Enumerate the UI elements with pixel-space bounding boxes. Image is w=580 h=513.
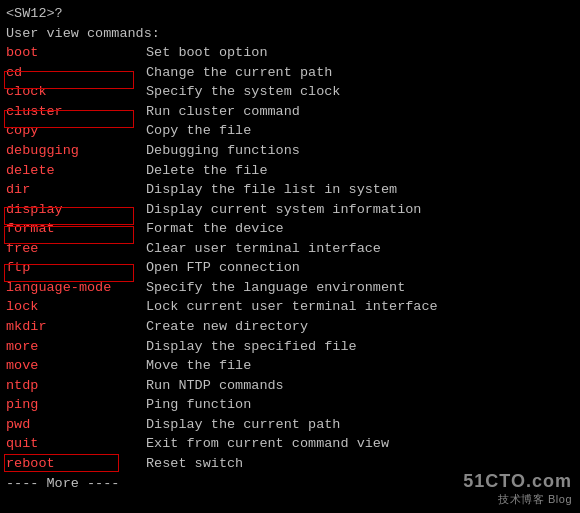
command-description: Move the file <box>146 356 251 376</box>
table-row: clockSpecify the system clock <box>6 82 574 102</box>
command-description: Lock current user terminal interface <box>146 297 438 317</box>
command-description: Clear user terminal interface <box>146 239 381 259</box>
command-name: ntdp <box>6 376 146 396</box>
command-description: Format the device <box>146 219 284 239</box>
command-name: clock <box>6 82 146 102</box>
command-description: Change the current path <box>146 63 332 83</box>
command-name: cluster <box>6 102 146 122</box>
table-row: pingPing function <box>6 395 574 415</box>
more-prompt-text: ---- More ---- <box>6 476 119 491</box>
watermark-site: 51CTO.com <box>463 471 572 492</box>
command-description: Create new directory <box>146 317 308 337</box>
command-name: display <box>6 200 146 220</box>
command-name: move <box>6 356 146 376</box>
table-row: freeClear user terminal interface <box>6 239 574 259</box>
command-name: language-mode <box>6 278 146 298</box>
command-description: Exit from current command view <box>146 434 389 454</box>
table-row: ftpOpen FTP connection <box>6 258 574 278</box>
table-row: cdChange the current path <box>6 63 574 83</box>
table-row: moreDisplay the specified file <box>6 337 574 357</box>
command-description: Ping function <box>146 395 251 415</box>
prompt-line: <SW12>? <box>6 4 574 24</box>
command-description: Debugging functions <box>146 141 300 161</box>
command-name: cd <box>6 63 146 83</box>
table-row: clusterRun cluster command <box>6 102 574 122</box>
watermark-tagline: 技术博客 Blog <box>498 492 572 507</box>
command-description: Run NTDP commands <box>146 376 284 396</box>
command-name: format <box>6 219 146 239</box>
command-name: reboot <box>6 454 146 474</box>
command-description: Specify the language environment <box>146 278 405 298</box>
table-row: mkdirCreate new directory <box>6 317 574 337</box>
table-row: debuggingDebugging functions <box>6 141 574 161</box>
table-row: pwdDisplay the current path <box>6 415 574 435</box>
command-name: copy <box>6 121 146 141</box>
command-description: Specify the system clock <box>146 82 340 102</box>
command-name: mkdir <box>6 317 146 337</box>
table-row: language-modeSpecify the language enviro… <box>6 278 574 298</box>
command-description: Delete the file <box>146 161 268 181</box>
command-name: more <box>6 337 146 357</box>
command-name: lock <box>6 297 146 317</box>
command-description: Display the specified file <box>146 337 357 357</box>
command-description: Set boot option <box>146 43 268 63</box>
command-name: boot <box>6 43 146 63</box>
header-line: User view commands: <box>6 24 574 44</box>
table-row: formatFormat the device <box>6 219 574 239</box>
table-row: moveMove the file <box>6 356 574 376</box>
command-name: ftp <box>6 258 146 278</box>
table-row: displayDisplay current system informatio… <box>6 200 574 220</box>
table-row: bootSet boot option <box>6 43 574 63</box>
command-description: Display the current path <box>146 415 340 435</box>
table-row: quitExit from current command view <box>6 434 574 454</box>
table-row: copyCopy the file <box>6 121 574 141</box>
table-row: ntdpRun NTDP commands <box>6 376 574 396</box>
table-row: deleteDelete the file <box>6 161 574 181</box>
command-name: debugging <box>6 141 146 161</box>
table-row: dirDisplay the file list in system <box>6 180 574 200</box>
commands-list: bootSet boot optioncdChange the current … <box>6 43 574 473</box>
command-description: Display current system information <box>146 200 421 220</box>
command-name: delete <box>6 161 146 181</box>
command-description: Copy the file <box>146 121 251 141</box>
watermark: 51CTO.com 技术博客 Blog <box>463 471 572 507</box>
table-row: lockLock current user terminal interface <box>6 297 574 317</box>
command-name: dir <box>6 180 146 200</box>
command-description: Reset switch <box>146 454 243 474</box>
terminal-window: <SW12>? User view commands: bootSet boot… <box>0 0 580 513</box>
command-description: Open FTP connection <box>146 258 300 278</box>
command-name: pwd <box>6 415 146 435</box>
command-description: Display the file list in system <box>146 180 397 200</box>
command-name: ping <box>6 395 146 415</box>
command-name: quit <box>6 434 146 454</box>
command-description: Run cluster command <box>146 102 300 122</box>
command-name: free <box>6 239 146 259</box>
